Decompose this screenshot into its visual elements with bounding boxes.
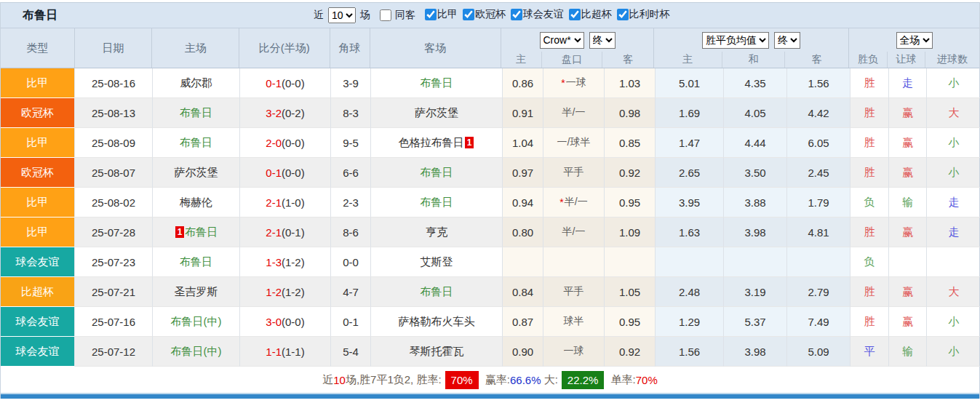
league-filter-label: 比超杯 [581,8,612,21]
odds-source-select[interactable]: Crow* [540,32,584,49]
date-cell: 25-08-09 [75,128,153,158]
score-halftime: (0-1) [282,226,305,239]
handicap-result-cell: 赢 [889,307,927,337]
big-label: 大: [541,373,558,387]
match-row: 欧冠杯 25-08-13 布鲁日 3-2(0-2) 8-3 萨尔茨堡 0.91 … [1,98,979,128]
subcol-europe-away: 客 [785,52,848,68]
team-name: 艾斯登 [421,255,453,269]
team-name: 布鲁日 [185,226,218,239]
recent-label: 近 [314,9,324,22]
type-badge: 比甲 [1,188,75,218]
league-filter-checkbox[interactable] [617,9,629,20]
europe-home-odds: 2.48 [656,277,724,307]
stats-page: 布鲁日 近 10 场 同客 比甲 欧冠杯 球会友谊 比超杯 [0,2,980,399]
bottom-accent-bar [1,393,979,399]
home-cell: 布鲁日 [153,98,240,128]
corners-cell: 0-0 [331,247,371,277]
score-fulltime: 2-1 [266,226,282,239]
europe-away-odds: 1.56 [787,68,850,98]
outcome-cell: 胜 [850,128,889,158]
win-rate-badge: 70% [445,371,479,389]
league-filter[interactable]: 比超杯 [569,8,612,21]
score-fulltime: 3-0 [266,316,282,328]
league-filter[interactable]: 比甲 [425,8,458,21]
score-cell: 3-2(0-2) [240,98,331,128]
type-badge: 比甲 [1,128,75,158]
recent-count-select[interactable]: 10 [328,7,356,23]
asian-handicap: *半/一 [543,188,605,218]
europe-draw-odds [724,247,787,277]
away-cell: 布鲁日 [371,277,503,307]
europe-away-odds: 5.09 [787,337,850,367]
europe-home-odds: 5.01 [656,68,724,98]
goals-result-cell: 走 [927,218,980,247]
results-group: 全场 胜负 让球 进球数 [849,28,979,68]
score-fulltime: 1-3 [266,256,282,268]
score-halftime: (0-0) [282,167,305,179]
asian-home-odds: 0.84 [503,277,543,307]
scope-select[interactable]: 全场 [896,32,933,49]
handicap-result-cell: 赢 [889,277,927,307]
europe-home-odds [656,247,724,277]
home-cell: 1布鲁日 [153,218,240,247]
asian-away-odds: 0.92 [605,337,656,367]
page-title: 布鲁日 [23,8,57,23]
europe-odds-selects: 胜平负均值 终 [654,28,848,52]
asian-away-odds: 0.85 [605,128,656,158]
odds-time-select[interactable]: 终 [589,32,616,49]
corners-cell: 5-4 [331,337,371,367]
europe-home-odds: 1.63 [656,218,724,247]
team-name: 布鲁日 [180,106,212,120]
score-fulltime: 2-0 [266,137,282,149]
outcome-cell: 胜 [850,98,889,128]
league-filter-label: 比利时杯 [629,8,670,21]
filter-controls: 近 10 场 同客 比甲 欧冠杯 球会友谊 比超杯 比利时杯 [314,7,670,23]
same-venue-checkbox[interactable] [380,9,391,21]
red-number-badge: 1 [465,137,474,148]
summary-count: 10 [333,374,346,386]
league-filter-checkbox[interactable] [511,9,522,20]
europe-draw-odds: 4.44 [724,128,787,158]
same-venue-filter[interactable]: 同客 [380,9,415,22]
asian-away-odds: 0.95 [605,307,656,337]
goals-result-cell: 大 [927,98,980,128]
league-filter-label: 欧冠杯 [475,8,506,21]
date-cell: 25-07-28 [75,218,153,247]
league-filter-checkbox[interactable] [425,9,437,20]
match-row: 球会友谊 25-07-16 布鲁日(中) 3-0(0-0) 0-1 萨格勒布火车… [1,307,979,337]
match-row: 比超杯 25-07-21 圣吉罗斯 1-2(1-2) 4-7 布鲁日 0.84 … [1,277,979,307]
europe-time-select[interactable]: 终 [774,32,800,49]
away-cell: 色格拉布鲁日1 [371,128,503,158]
league-filter[interactable]: 球会友谊 [511,8,564,21]
score-fulltime: 0-1 [266,77,282,89]
score-fulltime: 1-2 [266,286,282,298]
outcome-cell: 平 [850,337,889,367]
asian-home-odds: 0.87 [503,307,543,337]
score-cell: 1-3(1-2) [240,247,331,277]
europe-odds-select[interactable]: 胜平负均值 [702,32,769,49]
col-header-corners: 角球 [330,28,370,68]
type-badge: 比甲 [1,218,75,247]
handicap-result-cell: 赢 [889,128,927,158]
corners-cell: 3-9 [331,68,371,98]
table-body: 比甲 25-08-16 威尔郡 0-1(0-0) 3-9 布鲁日 0.86 *一… [1,68,979,367]
col-header-type: 类型 [1,28,75,68]
results-selects: 全场 [849,28,979,52]
team-name: 威尔郡 [180,76,212,90]
league-filter-checkbox[interactable] [569,9,581,20]
score-cell: 2-1(0-1) [240,218,331,247]
team-name: 琴斯托霍瓦 [410,345,464,359]
outcome-cell: 胜 [850,277,889,307]
team-name: 梅赫伦 [180,196,212,210]
asian-home-odds: 0.86 [503,68,543,98]
score-cell: 3-0(0-0) [240,307,331,337]
league-filter-checkbox[interactable] [463,9,474,20]
team-name: 萨尔茨堡 [175,166,218,180]
league-filter[interactable]: 比利时杯 [617,8,670,21]
europe-away-odds: 6.05 [787,128,850,158]
league-filter[interactable]: 欧冠杯 [463,8,506,21]
asian-handicap: 平手 [543,158,605,188]
type-badge: 球会友谊 [1,247,75,277]
asian-away-odds: 0.95 [605,188,656,218]
score-halftime: (0-0) [282,316,305,328]
